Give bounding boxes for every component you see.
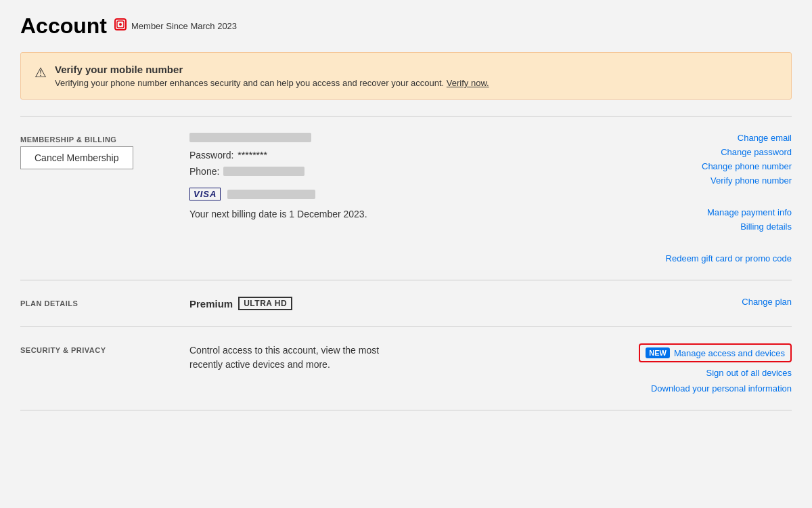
change-phone-link[interactable]: Change phone number	[702, 161, 792, 171]
visa-row: VISA	[189, 188, 595, 200]
membership-actions: Change email Change password Change phon…	[602, 133, 792, 263]
redeem-gift-link[interactable]: Redeem gift card or promo code	[666, 253, 792, 263]
plan-label: PLAN DETAILS	[20, 297, 183, 308]
page-title: Account	[20, 14, 107, 39]
security-actions: NEW Manage access and devices Sign out o…	[602, 343, 792, 394]
manage-payment-link[interactable]: Manage payment info	[707, 207, 792, 217]
membership-left: MEMBERSHIP & BILLING Cancel Membership	[20, 133, 183, 169]
email-row	[189, 133, 595, 144]
alert-title: Verify your mobile number	[55, 64, 489, 75]
security-section: SECURITY & PRIVACY Control access to thi…	[20, 327, 792, 410]
download-personal-info-link[interactable]: Download your personal information	[651, 383, 792, 394]
manage-access-devices-link[interactable]: Manage access and devices	[674, 348, 785, 358]
svg-point-2	[119, 23, 122, 26]
alert-body: Verifying your phone number enhances sec…	[55, 78, 489, 88]
password-label: Password:	[189, 150, 233, 161]
membership-label: MEMBERSHIP & BILLING	[20, 133, 183, 144]
plan-name-text: Premium	[189, 298, 233, 310]
manage-devices-row[interactable]: NEW Manage access and devices	[639, 343, 792, 362]
phone-label: Phone:	[189, 166, 219, 177]
alert-banner: ⚠ Verify your mobile number Verifying yo…	[20, 52, 792, 100]
password-value: ********	[238, 150, 267, 161]
new-badge: NEW	[646, 347, 670, 358]
plan-left: PLAN DETAILS	[20, 297, 183, 308]
security-left: SECURITY & PRIVACY	[20, 343, 183, 354]
phone-blur	[223, 167, 304, 176]
membership-section: MEMBERSHIP & BILLING Cancel Membership P…	[20, 117, 792, 280]
sign-out-devices-link[interactable]: Sign out of all devices	[706, 368, 792, 378]
plan-content: Premium ULTRA HD	[189, 297, 595, 310]
card-number-blur	[227, 190, 315, 199]
warning-icon: ⚠	[35, 64, 47, 81]
email-blur	[189, 133, 311, 142]
alert-body-text: Verifying your phone number enhances sec…	[55, 78, 444, 88]
page-container: Account Member Since March 2023 ⚠ Verify…	[0, 0, 812, 508]
phone-row: Phone:	[189, 166, 595, 177]
membership-content: Password: ******** Phone: VISA Your next…	[189, 133, 595, 219]
member-badge: Member Since March 2023	[114, 18, 237, 35]
security-content: Control access to this account, view the…	[189, 343, 595, 372]
change-plan-link[interactable]: Change plan	[742, 297, 792, 307]
plan-name-row: Premium ULTRA HD	[189, 297, 595, 310]
plan-actions: Change plan	[602, 297, 792, 307]
security-desc-line2: recently active devices and more.	[189, 359, 330, 370]
change-password-link[interactable]: Change password	[721, 147, 792, 157]
security-label: SECURITY & PRIVACY	[20, 343, 183, 354]
change-email-link[interactable]: Change email	[738, 133, 792, 143]
security-desc-line1: Control access to this account, view the…	[189, 345, 379, 356]
plan-section: PLAN DETAILS Premium ULTRA HD Change pla…	[20, 280, 792, 327]
cancel-membership-button[interactable]: Cancel Membership	[20, 146, 133, 169]
alert-text-block: Verify your mobile number Verifying your…	[55, 64, 489, 88]
security-description: Control access to this account, view the…	[189, 343, 420, 372]
ultra-hd-badge: ULTRA HD	[238, 297, 292, 310]
password-row: Password: ********	[189, 150, 595, 161]
page-header: Account Member Since March 2023	[20, 14, 792, 39]
visa-badge: VISA	[189, 188, 221, 200]
verify-now-link[interactable]: Verify now.	[447, 78, 489, 88]
member-icon	[114, 18, 127, 35]
member-since-text: Member Since March 2023	[131, 21, 237, 31]
verify-phone-link[interactable]: Verify phone number	[710, 175, 792, 186]
billing-info: Your next billing date is 1 December 202…	[189, 209, 595, 219]
billing-details-link[interactable]: Billing details	[740, 221, 792, 232]
